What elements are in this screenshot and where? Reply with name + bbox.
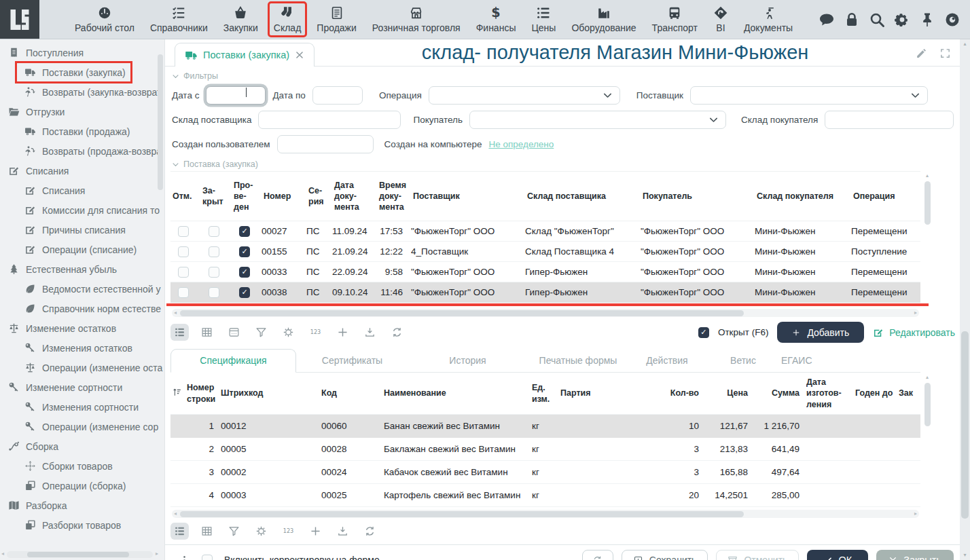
expand-icon[interactable] xyxy=(939,48,951,59)
sidebar-item[interactable]: Поставки (продажа) xyxy=(16,122,135,141)
document-row[interactable]: 00038 ПС 09.10.24 11:46 "ФьюженТорг" ООО… xyxy=(170,282,920,303)
column-header[interactable]: Покупатель xyxy=(641,191,755,202)
column-header[interactable]: За- крыт xyxy=(200,185,232,208)
spec-tab[interactable]: Спецификация xyxy=(170,349,296,373)
sidebar-item[interactable]: Справочник норм естестве xyxy=(16,299,165,318)
edit-link[interactable]: Редактировать xyxy=(873,327,955,338)
scroll-right-arrow[interactable]: ▸ xyxy=(156,550,158,557)
date-to-input[interactable] xyxy=(312,86,363,105)
scrollbar-thumb[interactable] xyxy=(180,310,744,316)
column-header[interactable]: Номер xyxy=(262,191,306,202)
buyer-wh-input[interactable] xyxy=(825,111,954,129)
sidebar-item[interactable]: Операции (изменение оста xyxy=(16,358,165,377)
posted-checkbox[interactable] xyxy=(239,226,250,237)
column-header[interactable]: Про- ве- ден xyxy=(232,180,262,213)
mark-checkbox[interactable] xyxy=(178,246,189,257)
topbar-action-button[interactable] xyxy=(944,12,960,28)
toolbar-button[interactable] xyxy=(252,523,270,540)
toolbar-button[interactable] xyxy=(334,523,352,540)
close-button[interactable]: Закрыть xyxy=(876,550,954,560)
closed-checkbox[interactable] xyxy=(209,226,219,237)
column-header[interactable]: Ед. изм. xyxy=(532,382,560,405)
column-header[interactable]: Склад поставщика xyxy=(525,191,641,202)
toolbar-button[interactable] xyxy=(361,324,379,341)
nav-item[interactable]: Документы xyxy=(740,3,797,35)
mark-checkbox[interactable] xyxy=(178,287,189,298)
nav-item[interactable]: Закупки xyxy=(219,3,262,35)
spec-horizontal-scrollbar[interactable]: ◂ ▸ xyxy=(172,510,919,518)
nav-item[interactable]: BI xyxy=(709,3,732,35)
created-on-link[interactable]: Не определено xyxy=(488,139,554,149)
sidebar-item[interactable]: Естественная убыль xyxy=(0,259,122,279)
scrollbar-thumb[interactable] xyxy=(924,181,931,225)
sidebar-item[interactable]: Операции (сборка) xyxy=(16,476,132,496)
sidebar-item[interactable]: Комиссии для списания то xyxy=(16,200,165,220)
scroll-right-arrow[interactable]: ▸ xyxy=(914,310,917,316)
scroll-left-arrow[interactable]: ◂ xyxy=(174,510,177,517)
spec-row[interactable]: 1 00012 00060 Банан свежий вес Витамин к… xyxy=(170,415,920,438)
sidebar-horizontal-scrollbar[interactable]: ◂ ▸ xyxy=(7,551,153,558)
close-icon[interactable] xyxy=(295,50,304,60)
sidebar-item[interactable]: Поставки (закупка) xyxy=(16,62,131,82)
sidebar-item[interactable]: Сборки товаров xyxy=(16,456,118,476)
refresh-button[interactable] xyxy=(582,550,613,560)
toolbar-button[interactable] xyxy=(306,324,325,341)
supplier-wh-input[interactable] xyxy=(258,111,401,129)
toolbar-button[interactable] xyxy=(225,523,243,540)
column-header[interactable]: Номер строки xyxy=(187,382,221,405)
kebab-menu-icon[interactable] xyxy=(179,555,190,560)
documents-vertical-scrollbar[interactable]: ▴ xyxy=(923,172,931,301)
toolbar-button[interactable] xyxy=(198,523,216,540)
spec-tab[interactable]: ЕГАИС xyxy=(781,350,812,372)
sidebar-item[interactable]: Ведомости естественной у xyxy=(16,279,165,299)
document-row[interactable]: 00027 ПС 11.09.24 17:53 "ФьюженТорг" ООО… xyxy=(170,221,920,242)
nav-item[interactable]: Розничная торговля xyxy=(368,3,465,35)
mark-checkbox[interactable] xyxy=(178,267,189,278)
tab-postavki-zakupka[interactable]: Поставки (закупка) xyxy=(175,43,315,67)
closed-checkbox[interactable] xyxy=(209,246,219,257)
docs-section-toggle[interactable]: Поставка (закупка) xyxy=(172,160,970,169)
nav-item[interactable]: Оборудование xyxy=(567,3,640,35)
sidebar-item[interactable]: Сборка xyxy=(0,436,64,456)
topbar-action-button[interactable] xyxy=(919,12,935,28)
topbar-action-button[interactable] xyxy=(819,12,835,28)
column-header[interactable]: Годен до xyxy=(855,388,899,398)
topbar-action-button[interactable] xyxy=(844,12,860,28)
ok-button[interactable]: ОК xyxy=(807,550,868,560)
column-header[interactable]: Операция xyxy=(851,191,920,202)
sidebar-item[interactable]: Списания xyxy=(0,161,74,181)
spec-row[interactable]: 3 00002 00024 Кабачок свежий вес Витамин… xyxy=(170,461,920,484)
mark-checkbox[interactable] xyxy=(178,226,189,237)
column-header[interactable]: Зак xyxy=(899,388,920,398)
scroll-up-arrow[interactable]: ▴ xyxy=(923,374,931,380)
toolbar-button[interactable] xyxy=(252,324,270,341)
sidebar-item[interactable]: Операции (списание) xyxy=(16,240,142,259)
scroll-up-arrow[interactable]: ▴ xyxy=(960,39,970,49)
scrollbar-thumb[interactable] xyxy=(961,331,969,519)
spec-tab[interactable]: Печатные формы xyxy=(527,350,629,372)
topbar-action-button[interactable] xyxy=(869,12,885,28)
scrollbar-thumb[interactable] xyxy=(158,54,163,190)
column-header[interactable]: Штрихкод xyxy=(221,388,321,398)
operation-select[interactable] xyxy=(429,86,620,105)
sidebar-item[interactable]: Причины списания xyxy=(16,220,131,240)
sidebar-item[interactable]: Изменение остатков xyxy=(0,318,122,338)
closed-checkbox[interactable] xyxy=(209,267,219,278)
app-logo[interactable] xyxy=(0,0,39,39)
column-header[interactable]: Цена xyxy=(706,388,755,398)
adjustment-checkbox[interactable] xyxy=(202,555,213,560)
spec-vertical-scrollbar[interactable]: ▴ xyxy=(923,374,931,500)
column-header[interactable]: Наименование xyxy=(384,388,532,398)
sort-icon[interactable] xyxy=(172,387,182,397)
nav-item[interactable]: Рабочий стол xyxy=(71,3,139,35)
column-header[interactable]: Кол-во xyxy=(646,388,706,398)
document-row[interactable]: 00155 ПС 21.09.24 12:22 4_Поставщик Скла… xyxy=(170,242,920,262)
scroll-up-arrow[interactable]: ▴ xyxy=(923,172,931,179)
page-vertical-scrollbar[interactable]: ▴ ▾ xyxy=(960,39,970,560)
column-header[interactable]: Поставщик xyxy=(411,191,525,202)
scroll-right-arrow[interactable]: ▸ xyxy=(914,510,917,517)
topbar-action-button[interactable] xyxy=(894,12,910,28)
save-button[interactable]: Сохранить xyxy=(622,550,708,560)
toolbar-button[interactable] xyxy=(225,324,243,341)
toolbar-button[interactable] xyxy=(388,324,406,341)
